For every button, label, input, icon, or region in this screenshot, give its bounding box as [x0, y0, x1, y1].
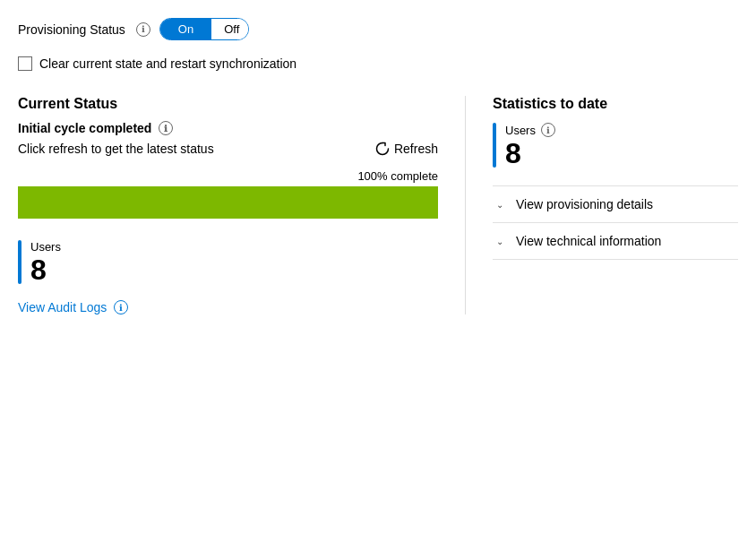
progress-bar-container	[18, 186, 438, 219]
audit-logs-label: View Audit Logs	[18, 300, 107, 314]
initial-cycle-label: Initial cycle completed	[18, 121, 151, 135]
provisioning-toggle[interactable]: On Off	[159, 18, 249, 40]
chevron-down-icon: ⌄	[493, 200, 507, 210]
stats-users-info-icon[interactable]: ℹ	[541, 123, 555, 137]
refresh-row: Click refresh to get the latest status R…	[18, 141, 438, 157]
left-users-bar	[18, 240, 21, 284]
refresh-label: Refresh	[394, 142, 438, 156]
chevron-down-icon-2: ⌄	[493, 237, 507, 246]
audit-logs-info-icon[interactable]: ℹ	[114, 300, 128, 314]
view-technical-information-label: View technical information	[516, 234, 661, 248]
cycle-info-icon[interactable]: ℹ	[159, 121, 173, 135]
clear-state-checkbox[interactable]	[18, 56, 32, 71]
audit-logs-link[interactable]: View Audit Logs ℹ	[18, 300, 438, 314]
main-content: Current Status Initial cycle completed ℹ…	[18, 96, 738, 314]
view-provisioning-details-row[interactable]: ⌄ View provisioning details	[493, 185, 738, 222]
left-users-count: 8	[30, 255, 61, 284]
provisioning-status-row: Provisioning Status ℹ On Off	[18, 18, 738, 40]
current-status-title: Current Status	[18, 96, 438, 112]
refresh-hint-text: Click refresh to get the latest status	[18, 142, 214, 156]
provisioning-info-icon[interactable]: ℹ	[136, 22, 150, 37]
right-column: Statistics to date Users ℹ 8 ⌄ View prov…	[466, 96, 738, 314]
left-users-label: Users	[30, 240, 61, 254]
checkbox-label: Clear current state and restart synchron…	[39, 56, 296, 71]
right-users-bar	[493, 123, 496, 168]
view-provisioning-details-label: View provisioning details	[516, 197, 653, 211]
provisioning-label: Provisioning Status	[18, 22, 125, 37]
refresh-icon	[374, 141, 391, 157]
right-users-section: Users ℹ 8	[493, 123, 738, 168]
toggle-on-option[interactable]: On	[160, 19, 211, 39]
left-users-content: Users 8	[30, 240, 61, 284]
view-technical-information-row[interactable]: ⌄ View technical information	[493, 222, 738, 260]
stats-title: Statistics to date	[493, 96, 738, 112]
initial-cycle-row: Initial cycle completed ℹ	[18, 121, 438, 135]
progress-bar-fill	[18, 186, 438, 219]
refresh-button[interactable]: Refresh	[374, 141, 438, 157]
right-users-label: Users ℹ	[505, 123, 555, 137]
right-users-count: 8	[505, 139, 555, 168]
left-column: Current Status Initial cycle completed ℹ…	[18, 96, 466, 314]
left-users-section: Users 8	[18, 240, 438, 284]
right-users-content: Users ℹ 8	[505, 123, 555, 168]
toggle-off-option[interactable]: Off	[211, 19, 249, 39]
checkbox-row: Clear current state and restart synchron…	[18, 56, 738, 71]
progress-label: 100% complete	[18, 169, 438, 183]
